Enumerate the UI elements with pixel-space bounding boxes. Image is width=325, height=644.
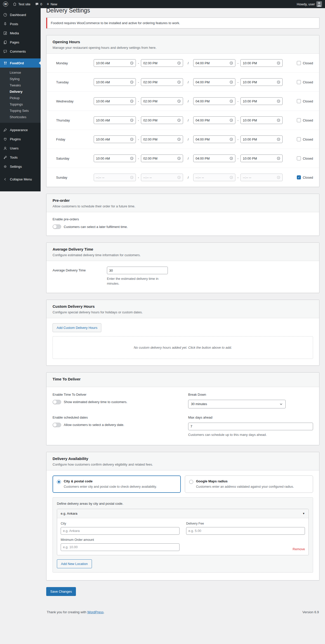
open-time-input-2[interactable]: 04:00 PM: [193, 155, 235, 162]
section-title: Time To Deliver: [53, 377, 313, 381]
gear-icon: [3, 164, 8, 169]
open-time-input-1[interactable]: 10:00 AM: [94, 59, 136, 67]
open-time-input-2[interactable]: 04:00 PM: [193, 97, 235, 105]
save-changes-button[interactable]: Save Changes: [46, 587, 76, 596]
comments-shortcut[interactable]: 0: [35, 2, 42, 6]
submenu-item-toppings[interactable]: Toppings: [0, 101, 41, 108]
open-time-input-1[interactable]: 10:00 AM: [94, 116, 136, 124]
clock-icon: [277, 137, 280, 141]
add-new-location-button[interactable]: Add New Location: [57, 559, 92, 568]
open-time-input-2[interactable]: 04:00 PM: [193, 59, 235, 67]
clock-icon: [130, 99, 134, 103]
preorder-toggle[interactable]: [53, 224, 61, 229]
wordpress-logo-menu[interactable]: W: [3, 2, 8, 7]
open-time-input-2[interactable]: 04:00 PM: [193, 135, 235, 143]
sidebar-item-media[interactable]: Media: [0, 28, 41, 38]
close-time-input-1[interactable]: 02:00 PM: [141, 116, 183, 124]
delivery-fee-input[interactable]: [186, 527, 305, 535]
closed-toggle[interactable]: Closed: [297, 61, 313, 65]
remove-zone-link[interactable]: Remove: [293, 547, 305, 551]
closed-toggle[interactable]: Closed: [297, 156, 313, 160]
close-time-input-2[interactable]: --:-- --: [240, 174, 283, 181]
closed-toggle[interactable]: Closed: [297, 175, 313, 179]
closed-checkbox[interactable]: [297, 118, 301, 122]
close-time-input-1[interactable]: --:-- --: [141, 174, 183, 181]
closed-checkbox[interactable]: [297, 156, 301, 160]
submenu-item-shortcodes[interactable]: Shortcodes: [0, 114, 41, 120]
open-time-input-1[interactable]: 10:00 AM: [94, 155, 136, 162]
max-days-input[interactable]: [188, 423, 313, 430]
sidebar-item-posts[interactable]: Posts: [0, 19, 41, 28]
close-time-input-2[interactable]: 10:00 PM: [240, 78, 283, 86]
close-time-input-1[interactable]: 02:00 PM: [141, 155, 183, 162]
sidebar-item-dashboard[interactable]: Dashboard: [0, 10, 41, 19]
zone-accordion-header[interactable]: e.g. Ankara ▼: [57, 509, 308, 518]
ttd-toggle[interactable]: [53, 400, 61, 404]
sidebar-item-plugins[interactable]: Plugins: [0, 134, 41, 144]
radio-button[interactable]: [189, 480, 193, 484]
day-label: Monday: [56, 61, 94, 65]
option-city-postal-code[interactable]: City & postal code Customers enter city …: [53, 476, 181, 493]
close-time-input-1[interactable]: 02:00 PM: [141, 135, 183, 143]
closed-checkbox[interactable]: [297, 137, 301, 141]
sidebar-item-foodord[interactable]: FoodOrd: [0, 58, 41, 68]
sidebar-item-users[interactable]: Users: [0, 144, 41, 153]
open-time-input-1[interactable]: --:-- --: [94, 174, 136, 181]
sidebar-item-tools[interactable]: Tools: [0, 153, 41, 162]
clock-icon: [277, 61, 280, 65]
closed-toggle[interactable]: Closed: [297, 99, 313, 103]
clock-icon: [177, 137, 181, 141]
close-time-input-1[interactable]: 02:00 PM: [141, 97, 183, 105]
wordpress-link[interactable]: WordPress: [87, 610, 104, 614]
sidebar-item-appearance[interactable]: Appearance: [0, 125, 41, 134]
submenu-item-license[interactable]: License: [0, 69, 41, 76]
closed-checkbox[interactable]: [297, 80, 301, 84]
submenu-item-styling[interactable]: Styling: [0, 76, 41, 82]
average-delivery-input[interactable]: [107, 267, 168, 274]
closed-checkbox[interactable]: [297, 99, 301, 103]
closed-toggle[interactable]: Closed: [297, 80, 313, 84]
submenu-item-tweaks[interactable]: Tweaks: [0, 82, 41, 88]
city-input[interactable]: [61, 527, 180, 535]
submenu-item-topping-sets[interactable]: Topping Sets: [0, 108, 41, 114]
option-google-maps-radius[interactable]: Google Maps radius Customers enter an ad…: [185, 476, 313, 493]
close-time-input-2[interactable]: 10:00 PM: [240, 97, 283, 105]
open-time-input-2[interactable]: 04:00 PM: [193, 78, 235, 86]
collapse-menu-button[interactable]: Collapse Menu: [0, 175, 41, 184]
radio-button[interactable]: [57, 480, 61, 484]
average-delivery-header: Average Delivery Time Configure estimate…: [46, 243, 319, 261]
open-time-input-1[interactable]: 10:00 AM: [94, 97, 136, 105]
closed-toggle[interactable]: Closed: [297, 137, 313, 141]
sidebar-item-comments[interactable]: Comments: [0, 47, 41, 56]
open-time-input-2[interactable]: 04:00 PM: [193, 116, 235, 124]
sidebar-item-settings[interactable]: Settings: [0, 162, 41, 171]
close-time-input-1[interactable]: 02:00 PM: [141, 59, 183, 67]
clock-icon: [277, 157, 280, 160]
close-time-input-2[interactable]: 10:00 PM: [240, 135, 283, 143]
closed-checkbox[interactable]: [297, 61, 301, 65]
open-time-input-1[interactable]: 10:00 AM: [94, 78, 136, 86]
open-time-input-1[interactable]: 10:00 AM: [94, 135, 136, 143]
closed-checkbox[interactable]: [297, 175, 301, 179]
min-order-input[interactable]: [61, 543, 180, 551]
open-time-input-2[interactable]: --:-- --: [193, 174, 235, 181]
opening-hours-header: Opening Hours Manage your restaurant ope…: [46, 35, 319, 54]
section-subtitle: Configure special delivery hours for hol…: [53, 310, 313, 314]
close-time-input-2[interactable]: 10:00 PM: [240, 59, 283, 67]
brush-icon: [3, 127, 8, 132]
add-custom-hours-button[interactable]: Add Custom Delivery Hours: [53, 323, 101, 332]
howdy-user-menu[interactable]: Howdy, user: [297, 1, 322, 7]
chevron-down-icon: [279, 402, 283, 406]
scheduled-dates-toggle[interactable]: [53, 423, 61, 427]
submenu-item-delivery[interactable]: Delivery: [0, 88, 41, 95]
sidebar-item-pages[interactable]: Pages: [0, 38, 41, 47]
close-time-input-2[interactable]: 10:00 PM: [240, 155, 283, 162]
closed-toggle[interactable]: Closed: [297, 118, 313, 122]
preorder-header: Pre-order Allow customers to schedule th…: [46, 194, 319, 212]
breakdown-select[interactable]: 30 minutes: [188, 400, 286, 408]
new-content-menu[interactable]: + New: [47, 2, 57, 6]
submenu-item-pickup[interactable]: Pickup: [0, 95, 41, 101]
close-time-input-2[interactable]: 10:00 PM: [240, 116, 283, 124]
close-time-input-1[interactable]: 02:00 PM: [141, 78, 183, 86]
site-name-link[interactable]: Test site: [13, 2, 30, 6]
